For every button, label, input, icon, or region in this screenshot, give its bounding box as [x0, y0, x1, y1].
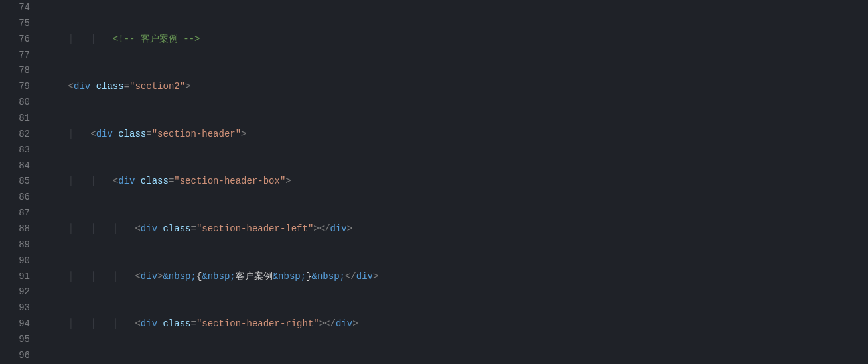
code-line[interactable]: │ <div class="section-header">	[46, 127, 868, 143]
code-line[interactable]: │ │ │ <div>&nbsp;{&nbsp;客户案例&nbsp;}&nbsp…	[46, 269, 868, 285]
line-number-gutter: 74 75 76 77 78 79 80 81 82 83 84 85 86 8…	[0, 0, 43, 364]
line-number: 75	[0, 16, 30, 32]
line-number: 84	[0, 158, 30, 174]
code-line[interactable]: │ │ <!-- 客户案例 -->	[46, 32, 868, 48]
line-number: 81	[0, 111, 30, 127]
line-number: 93	[0, 300, 30, 316]
line-number: 79	[0, 79, 30, 95]
line-number: 92	[0, 284, 30, 300]
line-number: 74	[0, 0, 30, 16]
line-number: 89	[0, 237, 30, 253]
code-content[interactable]: │ │ <!-- 客户案例 --> <div class="section2">…	[43, 0, 868, 364]
line-number: 83	[0, 143, 30, 158]
code-line[interactable]: │ │ │ <div class="section-header-left"><…	[46, 221, 868, 237]
code-editor: 74 75 76 77 78 79 80 81 82 83 84 85 86 8…	[0, 0, 868, 364]
line-number: 94	[0, 316, 30, 332]
line-number: 76	[0, 32, 30, 48]
line-number: 77	[0, 48, 30, 64]
line-number: 91	[0, 269, 30, 285]
line-number: 88	[0, 221, 30, 237]
line-number: 96	[0, 348, 30, 364]
line-number: 82	[0, 127, 30, 143]
code-line[interactable]: <div class="section2">	[46, 79, 868, 95]
line-number: 95	[0, 332, 30, 348]
line-number: 78	[0, 63, 30, 79]
line-number: 80	[0, 95, 30, 111]
code-line[interactable]: │ │ │ <div class="section-header-right">…	[46, 316, 868, 332]
line-number: 85	[0, 174, 30, 190]
line-number: 86	[0, 190, 30, 206]
code-line[interactable]: │ │ <div class="section-header-box">	[46, 174, 868, 190]
line-number: 90	[0, 253, 30, 269]
line-number: 87	[0, 206, 30, 221]
